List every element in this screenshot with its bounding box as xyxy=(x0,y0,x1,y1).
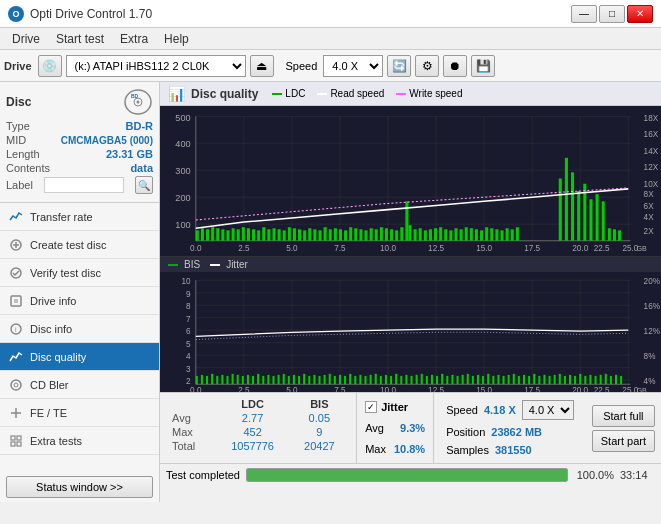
record-button[interactable]: ⏺ xyxy=(443,55,467,77)
legend-jitter-dot xyxy=(210,264,220,266)
svg-text:4X: 4X xyxy=(644,213,655,222)
svg-rect-210 xyxy=(318,376,320,384)
svg-rect-231 xyxy=(426,376,428,384)
svg-rect-137 xyxy=(613,229,616,240)
svg-rect-123 xyxy=(495,229,498,240)
legend-bis-dot xyxy=(168,264,178,266)
svg-rect-190 xyxy=(216,376,218,384)
svg-rect-227 xyxy=(405,375,407,384)
svg-text:15.0: 15.0 xyxy=(476,386,492,392)
menu-drive[interactable]: Drive xyxy=(4,30,48,48)
settings-button[interactable]: ⚙ xyxy=(415,55,439,77)
nav-disc-info[interactable]: i Disc info xyxy=(0,315,159,343)
svg-rect-250 xyxy=(523,375,525,384)
nav-extra-tests[interactable]: Extra tests xyxy=(0,427,159,455)
chart2-bis: 10 9 8 7 6 5 4 3 2 0.0 2.5 5.0 7.5 10.0 … xyxy=(160,272,661,392)
menu-extra[interactable]: Extra xyxy=(112,30,156,48)
svg-text:15.0: 15.0 xyxy=(476,244,492,253)
refresh-button[interactable]: 🔄 xyxy=(387,55,411,77)
svg-rect-186 xyxy=(196,376,198,384)
nav-create-test-disc-label: Create test disc xyxy=(30,239,106,251)
drive-icon-btn[interactable]: 💿 xyxy=(38,55,62,77)
menu-start-test[interactable]: Start test xyxy=(48,30,112,48)
drive-select[interactable]: (k:) ATAPI iHBS112 2 CL0K xyxy=(66,55,246,77)
nav-transfer-rate[interactable]: Transfer rate xyxy=(0,203,159,231)
svg-text:2X: 2X xyxy=(644,227,655,236)
svg-rect-212 xyxy=(329,374,331,384)
speed-label-stat: Speed xyxy=(446,404,478,416)
status-window-button[interactable]: Status window >> xyxy=(6,476,153,498)
stats-row: LDC BIS Avg 2.77 0.05 Max xyxy=(160,393,661,463)
svg-rect-203 xyxy=(283,374,285,384)
main-layout: Disc BD Type BD-R MID CMCMAGBA5 (000) Le… xyxy=(0,82,661,502)
svg-rect-215 xyxy=(344,376,346,384)
avg-ldc-value: 2.77 xyxy=(215,411,291,425)
maximize-button[interactable]: □ xyxy=(599,5,625,23)
svg-text:BD: BD xyxy=(131,93,139,99)
svg-rect-205 xyxy=(293,375,295,384)
save-button[interactable]: 💾 xyxy=(471,55,495,77)
chart2-svg: 10 9 8 7 6 5 4 3 2 0.0 2.5 5.0 7.5 10.0 … xyxy=(160,272,661,392)
speed-select-stat[interactable]: 4.0 X xyxy=(522,400,574,420)
eject-button[interactable]: ⏏ xyxy=(250,55,274,77)
svg-rect-240 xyxy=(472,376,474,384)
jitter-avg-row: Avg 9.3% xyxy=(365,422,425,434)
nav-cd-bler[interactable]: CD Bler xyxy=(0,371,159,399)
svg-rect-8 xyxy=(11,296,21,306)
nav-verify-test-disc[interactable]: Verify test disc xyxy=(0,259,159,287)
nav-fe-te[interactable]: FE / TE xyxy=(0,399,159,427)
svg-rect-20 xyxy=(17,442,21,446)
label-icon-btn[interactable]: 🔍 xyxy=(135,176,153,194)
stats-max-row: Max 452 9 xyxy=(168,425,348,439)
speed-label: Speed xyxy=(286,60,318,72)
svg-rect-112 xyxy=(439,227,442,240)
content-header-title: Disc quality xyxy=(191,87,258,101)
fe-te-icon xyxy=(8,405,24,421)
svg-rect-251 xyxy=(528,376,530,384)
menu-help[interactable]: Help xyxy=(156,30,197,48)
jitter-section: ✓ Jitter Avg 9.3% Max 10.8% xyxy=(356,393,433,463)
svg-rect-255 xyxy=(549,376,551,384)
svg-rect-258 xyxy=(564,376,566,384)
svg-rect-199 xyxy=(262,376,264,384)
svg-rect-214 xyxy=(339,375,341,384)
svg-text:GB: GB xyxy=(636,244,647,253)
svg-rect-243 xyxy=(487,374,489,384)
disc-label-input[interactable] xyxy=(44,177,124,193)
svg-rect-206 xyxy=(298,376,300,384)
nav-verify-test-disc-label: Verify test disc xyxy=(30,267,101,279)
nav-create-test-disc[interactable]: Create test disc xyxy=(0,231,159,259)
minimize-button[interactable]: — xyxy=(571,5,597,23)
svg-point-2 xyxy=(137,101,140,104)
jitter-avg-label: Avg xyxy=(365,422,384,434)
jitter-checkbox[interactable]: ✓ xyxy=(365,401,377,413)
samples-row: Samples 381550 xyxy=(446,444,574,456)
svg-rect-200 xyxy=(267,375,269,384)
svg-rect-81 xyxy=(283,230,286,240)
nav-cd-bler-label: CD Bler xyxy=(30,379,69,391)
svg-text:8: 8 xyxy=(186,303,191,312)
svg-rect-96 xyxy=(359,229,362,240)
svg-rect-263 xyxy=(589,375,591,384)
nav-disc-quality[interactable]: Disc quality xyxy=(0,343,159,371)
content-header-icon: 📊 xyxy=(168,86,185,102)
svg-text:5.0: 5.0 xyxy=(286,244,298,253)
svg-rect-229 xyxy=(416,375,418,384)
svg-rect-119 xyxy=(475,229,478,240)
close-button[interactable]: ✕ xyxy=(627,5,653,23)
start-part-button[interactable]: Start part xyxy=(592,430,655,452)
svg-rect-189 xyxy=(211,374,213,384)
svg-rect-74 xyxy=(247,228,250,240)
svg-rect-83 xyxy=(293,228,296,240)
svg-rect-89 xyxy=(324,227,327,240)
total-label: Total xyxy=(168,439,215,453)
speed-position-section: Speed 4.18 X 4.0 X Position 23862 MB Sam… xyxy=(433,393,586,463)
start-full-button[interactable]: Start full xyxy=(592,405,655,427)
nav-drive-info[interactable]: Drive info xyxy=(0,287,159,315)
speed-select[interactable]: 4.0 X 1.0 X 2.0 X 6.0 X 8.0 X xyxy=(323,55,383,77)
nav-extra-tests-label: Extra tests xyxy=(30,435,82,447)
chart2-legend-bar: BIS Jitter xyxy=(160,257,661,272)
svg-rect-97 xyxy=(364,230,367,240)
progress-time: 33:14 xyxy=(620,469,655,481)
svg-text:GB: GB xyxy=(636,386,647,392)
